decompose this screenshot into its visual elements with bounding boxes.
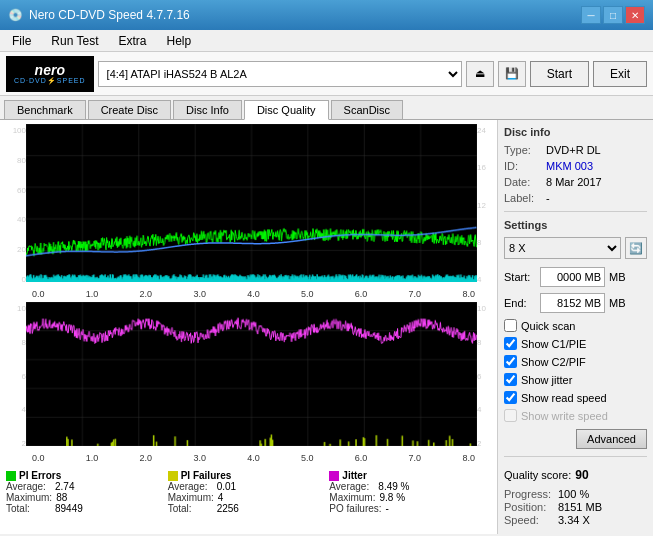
pi-errors-label: PI Errors — [6, 470, 168, 481]
bottom-chart-y-left: 10 8 6 4 2 — [4, 302, 26, 450]
save-icon-btn[interactable]: 💾 — [498, 61, 526, 87]
c1-pie-checkbox[interactable] — [504, 337, 517, 350]
position-row: Position: 8151 MB — [504, 501, 647, 513]
menu-file[interactable]: File — [4, 32, 39, 50]
write-speed-checkbox — [504, 409, 517, 422]
divider-2 — [504, 456, 647, 457]
write-speed-label: Show write speed — [521, 410, 608, 422]
quick-scan-row: Quick scan — [504, 319, 647, 332]
disc-info-title: Disc info — [504, 126, 647, 138]
logo-sub: CD·DVD⚡SPEED — [14, 77, 86, 85]
bottom-chart-x-axis: 0.0 1.0 2.0 3.0 4.0 5.0 6.0 7.0 8.0 — [4, 452, 493, 464]
logo-text: nero — [35, 63, 65, 77]
type-row: Type: DVD+R DL — [504, 144, 647, 156]
end-row: End: MB — [504, 293, 647, 313]
bottom-chart-wrapper: 10 8 6 4 2 10 8 6 4 2 — [4, 302, 493, 450]
app-title: Nero CD-DVD Speed 4.7.7.16 — [29, 8, 190, 22]
id-row: ID: MKM 003 — [504, 160, 647, 172]
tab-bar: Benchmark Create Disc Disc Info Disc Qua… — [0, 96, 653, 120]
quick-scan-label: Quick scan — [521, 320, 575, 332]
toolbar: nero CD·DVD⚡SPEED [4:4] ATAPI iHAS524 B … — [0, 52, 653, 96]
menu-extra[interactable]: Extra — [110, 32, 154, 50]
c2-pif-checkbox[interactable] — [504, 355, 517, 368]
c1-pie-row: Show C1/PIE — [504, 337, 647, 350]
titlebar-left: 💿 Nero CD-DVD Speed 4.7.7.16 — [8, 8, 190, 22]
start-input[interactable] — [540, 267, 605, 287]
minimize-button[interactable]: ─ — [581, 6, 601, 24]
close-button[interactable]: ✕ — [625, 6, 645, 24]
label-row: Label: - — [504, 192, 647, 204]
charts-area: 100 80 60 40 20 0 24 16 12 8 4 0.0 1.0 2… — [0, 120, 498, 534]
start-button[interactable]: Start — [530, 61, 589, 87]
drive-select[interactable]: [4:4] ATAPI iHAS524 B AL2A — [98, 61, 462, 87]
c2-pif-label: Show C2/PIF — [521, 356, 586, 368]
main-content: 100 80 60 40 20 0 24 16 12 8 4 0.0 1.0 2… — [0, 120, 653, 534]
end-input[interactable] — [540, 293, 605, 313]
read-speed-row: Show read speed — [504, 391, 647, 404]
speed-row: 8 X 🔄 — [504, 237, 647, 259]
jitter-block: Jitter Average: 8.49 % Maximum: 9.8 % PO… — [329, 470, 491, 514]
pi-failures-block: PI Failures Average: 0.01 Maximum: 4 Tot… — [168, 470, 330, 514]
bottom-chart-canvas — [26, 302, 477, 446]
top-chart-canvas — [26, 124, 477, 282]
app-logo: nero CD·DVD⚡SPEED — [6, 56, 94, 92]
pi-errors-color — [6, 471, 16, 481]
c2-pif-row: Show C2/PIF — [504, 355, 647, 368]
eject-icon-btn[interactable]: ⏏ — [466, 61, 494, 87]
bottom-chart-y-right: 10 8 6 4 2 — [477, 302, 493, 450]
menu-help[interactable]: Help — [159, 32, 200, 50]
jitter-row: Show jitter — [504, 373, 647, 386]
refresh-button[interactable]: 🔄 — [625, 237, 647, 259]
tab-disc-info[interactable]: Disc Info — [173, 100, 242, 119]
write-speed-row: Show write speed — [504, 409, 647, 422]
titlebar-controls: ─ □ ✕ — [581, 6, 645, 24]
tab-benchmark[interactable]: Benchmark — [4, 100, 86, 119]
top-chart-wrapper: 100 80 60 40 20 0 24 16 12 8 4 — [4, 124, 493, 286]
quick-scan-checkbox[interactable] — [504, 319, 517, 332]
progress-section: Progress: 100 % Position: 8151 MB Speed:… — [504, 488, 647, 527]
app-icon: 💿 — [8, 8, 23, 22]
titlebar: 💿 Nero CD-DVD Speed 4.7.7.16 ─ □ ✕ — [0, 0, 653, 30]
tab-create-disc[interactable]: Create Disc — [88, 100, 171, 119]
tab-disc-quality[interactable]: Disc Quality — [244, 100, 329, 120]
right-panel: Disc info Type: DVD+R DL ID: MKM 003 Dat… — [498, 120, 653, 534]
jitter-checkbox[interactable] — [504, 373, 517, 386]
c1-pie-label: Show C1/PIE — [521, 338, 586, 350]
pi-errors-block: PI Errors Average: 2.74 Maximum: 88 Tota… — [6, 470, 168, 514]
divider-1 — [504, 211, 647, 212]
progress-row: Progress: 100 % — [504, 488, 647, 500]
advanced-button[interactable]: Advanced — [576, 429, 647, 449]
jitter-color — [329, 471, 339, 481]
stats-row: PI Errors Average: 2.74 Maximum: 88 Tota… — [4, 466, 493, 518]
menu-run-test[interactable]: Run Test — [43, 32, 106, 50]
pi-failures-label: PI Failures — [168, 470, 330, 481]
menubar: File Run Test Extra Help — [0, 30, 653, 52]
tab-scan-disc[interactable]: ScanDisc — [331, 100, 403, 119]
exit-button[interactable]: Exit — [593, 61, 647, 87]
top-chart-y-right: 24 16 12 8 4 — [477, 124, 493, 286]
speed-select[interactable]: 8 X — [504, 237, 621, 259]
start-row: Start: MB — [504, 267, 647, 287]
jitter-label: Show jitter — [521, 374, 572, 386]
read-speed-checkbox[interactable] — [504, 391, 517, 404]
top-chart-y-left: 100 80 60 40 20 0 — [4, 124, 26, 286]
maximize-button[interactable]: □ — [603, 6, 623, 24]
jitter-label: Jitter — [329, 470, 491, 481]
read-speed-label: Show read speed — [521, 392, 607, 404]
date-row: Date: 8 Mar 2017 — [504, 176, 647, 188]
top-chart-x-axis: 0.0 1.0 2.0 3.0 4.0 5.0 6.0 7.0 8.0 — [4, 288, 493, 300]
quality-score-row: Quality score: 90 — [504, 468, 647, 482]
pi-failures-color — [168, 471, 178, 481]
speed-row: Speed: 3.34 X — [504, 514, 647, 526]
settings-title: Settings — [504, 219, 647, 231]
